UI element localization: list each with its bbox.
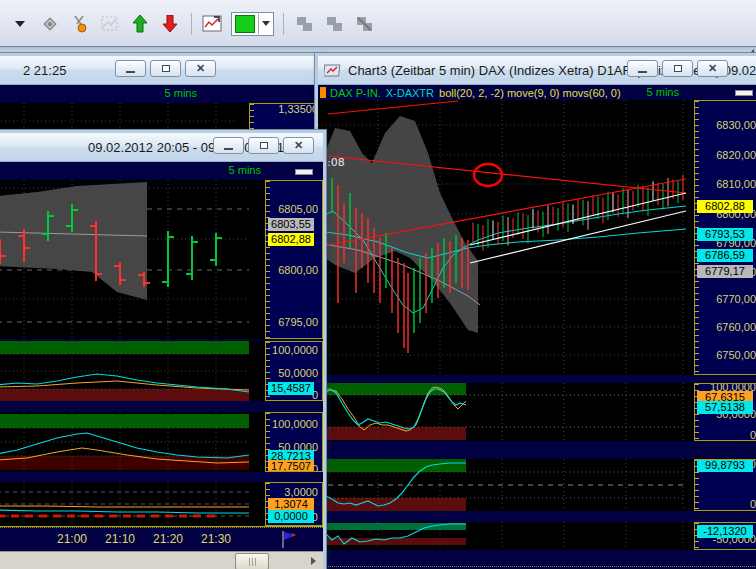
- axis-label: 0,0000: [268, 510, 314, 523]
- color-swatch-green[interactable]: [235, 15, 255, 33]
- axis-label: 17,7507: [268, 460, 314, 472]
- indicator-params: boll(20, 2, -2) move(9, 0) movs(60, 0): [439, 87, 621, 99]
- time-label: 21:30: [201, 532, 231, 546]
- flag-icon[interactable]: [279, 529, 297, 552]
- restore-button[interactable]: [248, 137, 279, 154]
- axis-label: 6770,00: [716, 293, 756, 306]
- axis-label: 6786,59: [697, 249, 753, 262]
- pan-tool-icon[interactable]: [38, 12, 62, 36]
- window-left: 09.02.2012 20:05 - 09.02.2012 21:35 ✕ 5 …: [0, 130, 326, 569]
- interval-label: 5 mins: [165, 87, 197, 99]
- time-label: 21:10: [105, 532, 135, 546]
- cascade-windows-1-icon[interactable]: [293, 12, 317, 36]
- dropdown-arrow-icon[interactable]: [8, 12, 32, 36]
- time-axis: 21:0021:1021:2021:30: [0, 527, 323, 551]
- axis-label: 6830,00: [716, 119, 756, 132]
- restore-button[interactable]: [150, 60, 181, 77]
- collapse-dash[interactable]: [735, 90, 753, 96]
- lw-panel2-plot[interactable]: [0, 412, 265, 472]
- cascade-windows-3-icon[interactable]: [353, 12, 377, 36]
- axis-label: 0: [750, 429, 756, 441]
- axis-label: 1,33500: [278, 103, 318, 116]
- close-button[interactable]: ✕: [697, 60, 728, 77]
- axis-label: 50,0000: [278, 367, 318, 380]
- restore-button[interactable]: [662, 60, 693, 77]
- chart3-bottom-strip: [318, 550, 756, 569]
- axis-label: 6810,00: [716, 178, 756, 191]
- axis-label: 99,8793: [697, 459, 753, 472]
- c3-panelC-scale[interactable]: -50,0000-12,1320: [694, 522, 756, 550]
- c3-panelB-scale[interactable]: 100,000099,87930: [694, 459, 756, 511]
- interval-label: 5 mins: [647, 86, 679, 98]
- chart-window-icon: [324, 63, 342, 78]
- lw-main-plot[interactable]: [0, 180, 265, 339]
- axis-label: -12,1320: [697, 525, 753, 538]
- chart3-titlebar[interactable]: Chart3 (Zeitbar 5 min) DAX (Indizes Xetr…: [318, 56, 756, 85]
- time-label: 21:00: [57, 532, 87, 546]
- horizontal-scrollbar[interactable]: [0, 551, 323, 569]
- c3-main-plot[interactable]: 9:08: [318, 100, 694, 375]
- axis-label: 0: [750, 498, 756, 511]
- lw-main-scale[interactable]: 6805,006803,556802,886800,006795,00: [265, 180, 323, 339]
- legend-marker: [320, 87, 326, 98]
- toolbar-separator: [283, 13, 284, 35]
- axis-label: 6820,00: [716, 149, 756, 162]
- axis-label: 6802,88: [268, 233, 314, 246]
- lw-panel1-scale[interactable]: 100,000050,0000015,4587: [265, 341, 323, 401]
- lw-panel1-plot[interactable]: [0, 341, 265, 401]
- main-toolbar: [0, 0, 756, 48]
- c3-panelC-plot[interactable]: [318, 522, 694, 550]
- close-button[interactable]: ✕: [283, 137, 314, 154]
- minimize-button[interactable]: [627, 60, 658, 77]
- axis-label: 15,4587: [268, 382, 314, 395]
- left-titlebar[interactable]: 09.02.2012 20:05 - 09.02.2012 21:35 ✕: [0, 133, 323, 162]
- c3-panelA-plot[interactable]: [318, 383, 694, 441]
- window-chart3: Chart3 (Zeitbar 5 min) DAX (Indizes Xetr…: [315, 53, 756, 569]
- axis-label: 6795,00: [278, 316, 318, 329]
- lw-panel3-scale[interactable]: 3,00001,00001,30740,0000: [265, 482, 323, 526]
- axis-label: 6760,00: [716, 321, 756, 334]
- symbol-label: DAX P-IN.: [330, 87, 381, 99]
- interval-header: 5 mins: [0, 162, 323, 180]
- axis-label: 57,5138: [697, 401, 753, 414]
- axis-label: 6800,00: [278, 264, 318, 277]
- axis-label: 6805,00: [278, 203, 318, 216]
- color-swatch-dropdown[interactable]: [258, 14, 273, 34]
- top-left-titlebar[interactable]: 2 21:25 ✕: [0, 56, 323, 85]
- lw-panel2-scale[interactable]: 100,000050,0000028,721317,7507: [265, 412, 323, 472]
- minimize-button[interactable]: [115, 60, 146, 77]
- axis-label: 6750,00: [716, 349, 756, 362]
- axis-label: 100,0000: [272, 418, 318, 431]
- symbol2-label: X-DAXTR: [386, 87, 434, 99]
- trendline-tool-disabled-icon[interactable]: [98, 12, 122, 36]
- c3-main-scale[interactable]: 6830,006820,006810,006800,006802,886790,…: [694, 100, 756, 375]
- interval-label: 5 mins: [229, 164, 261, 176]
- axis-label: 100,0000: [272, 344, 318, 357]
- c3-panelA-scale[interactable]: 100,000050,000067,631557,51380: [694, 383, 756, 441]
- down-arrow-icon[interactable]: [158, 12, 182, 36]
- window-title: 2 21:25: [23, 63, 66, 78]
- scrollbar-thumb[interactable]: [235, 553, 269, 569]
- c3-panelB-plot[interactable]: [318, 459, 694, 511]
- minimize-button[interactable]: [213, 137, 244, 154]
- collapse-dash[interactable]: [295, 169, 313, 175]
- cascade-windows-2-icon[interactable]: [323, 12, 347, 36]
- scrollbar-right-arrow[interactable]: [305, 554, 321, 567]
- time-label: 21:20: [153, 532, 183, 546]
- indicator-chart-icon[interactable]: [201, 12, 225, 36]
- up-arrow-icon[interactable]: [128, 12, 152, 36]
- axis-label: 6803,55: [268, 218, 314, 231]
- color-picker: [231, 12, 274, 36]
- close-button[interactable]: ✕: [185, 60, 216, 77]
- interval-header: 5 mins: [0, 85, 323, 103]
- axis-label: 6802,88: [697, 200, 753, 213]
- indicator-legend: DAX P-IN. X-DAXTR boll(20, 2, -2) move(9…: [318, 85, 756, 100]
- time-axis-labels: 21:0021:1021:2021:30: [0, 528, 249, 551]
- toolbar-separator: [191, 13, 192, 35]
- axis-label: 6793,53: [697, 228, 753, 241]
- axis-label: 6779,17: [697, 265, 753, 278]
- lw-panel3-plot[interactable]: [0, 482, 265, 526]
- cut-tool-icon[interactable]: [68, 12, 92, 36]
